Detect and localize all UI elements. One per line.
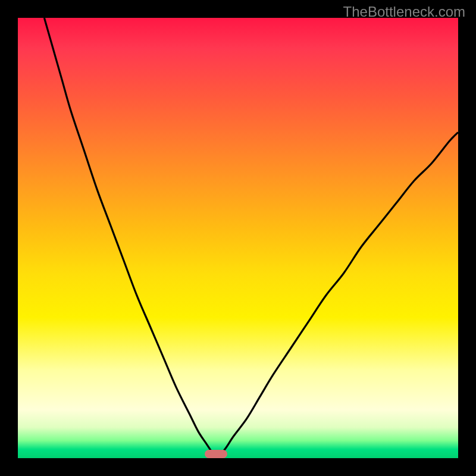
minimum-marker <box>205 450 227 458</box>
chart-plot-area <box>18 18 458 458</box>
watermark-text: TheBottleneck.com <box>343 4 465 20</box>
chart-curve-svg <box>18 18 458 458</box>
curve-left-branch <box>44 18 216 458</box>
curve-right-branch <box>216 132 458 458</box>
